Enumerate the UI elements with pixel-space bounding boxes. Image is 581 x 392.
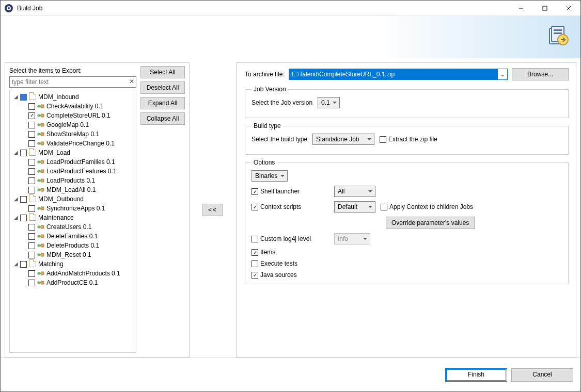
- tree-folder[interactable]: ◢MatchingAddAndMatchProducts 0.1AddProdu…: [13, 259, 134, 287]
- tree-item[interactable]: DeleteProducts 0.1: [21, 241, 134, 250]
- svg-rect-42: [41, 225, 44, 228]
- checkbox-icon[interactable]: [20, 150, 27, 156]
- execute-tests-checkbox[interactable]: Execute tests: [252, 260, 297, 267]
- apply-context-checkbox[interactable]: Apply Context to children Jobs: [381, 203, 473, 210]
- filter-input[interactable]: [9, 76, 136, 88]
- tree-item[interactable]: SynchronizeApps 0.1: [21, 204, 134, 213]
- tree-item-label: DeleteFamilies 0.1: [46, 232, 98, 241]
- execute-tests-label: Execute tests: [260, 260, 297, 267]
- java-sources-checkbox[interactable]: Java sources: [252, 271, 297, 279]
- checkbox-icon[interactable]: [28, 233, 35, 240]
- finish-button[interactable]: Finish: [445, 368, 507, 382]
- twisty-icon[interactable]: ◢: [13, 213, 19, 222]
- tree-item[interactable]: GoogleMap 0.1: [21, 120, 134, 129]
- checkbox-icon[interactable]: [20, 94, 27, 101]
- twisty-icon[interactable]: ◢: [13, 194, 19, 204]
- context-scripts-checkbox[interactable]: Context scripts: [252, 203, 301, 210]
- log4j-checkbox[interactable]: Custom log4j level: [252, 235, 311, 242]
- job-icon: [37, 242, 44, 249]
- checkbox-icon[interactable]: [28, 270, 35, 277]
- checkbox-icon[interactable]: [28, 131, 35, 138]
- tree-item[interactable]: ShowStoreMap 0.1: [21, 129, 134, 139]
- tree-item[interactable]: AddAndMatchProducts 0.1: [21, 269, 134, 278]
- tree-folder[interactable]: ◢MDM_OutboundSynchronizeApps 0.1: [13, 194, 134, 213]
- checkbox-icon: [252, 236, 258, 242]
- minimize-button[interactable]: [509, 1, 533, 15]
- deselect-all-button[interactable]: Deselect All: [140, 81, 185, 94]
- checkbox-icon[interactable]: [20, 215, 27, 221]
- svg-rect-30: [41, 170, 44, 173]
- tree-item[interactable]: CreateUsers 0.1: [21, 222, 134, 232]
- checkbox-icon[interactable]: [28, 159, 35, 166]
- twisty-icon[interactable]: ◢: [13, 259, 19, 269]
- checkbox-icon[interactable]: [28, 252, 35, 258]
- svg-point-35: [38, 189, 40, 191]
- tree-item[interactable]: ValidatePriceChange 0.1: [21, 139, 134, 148]
- tree-folder-label: Matching: [38, 259, 64, 269]
- job-version-select[interactable]: 0.1: [318, 97, 340, 108]
- checkbox-icon[interactable]: [28, 280, 35, 286]
- tree-folder-label: MDM_Outbound: [38, 194, 84, 204]
- items-checkbox[interactable]: Items: [252, 249, 275, 256]
- svg-point-32: [38, 179, 40, 182]
- tree-item[interactable]: LoadProductFamilies 0.1: [21, 157, 134, 167]
- tree-item[interactable]: DeleteFamilies 0.1: [21, 232, 134, 241]
- clear-filter-icon[interactable]: ✕: [129, 78, 134, 85]
- job-icon: [37, 187, 44, 193]
- context-scripts-select[interactable]: Default: [334, 201, 375, 213]
- shell-launcher-label: Shell launcher: [260, 188, 300, 195]
- tree-item[interactable]: MDM_LoadAll 0.1: [21, 185, 134, 194]
- expand-all-button[interactable]: Expand All: [140, 97, 185, 109]
- twisty-icon[interactable]: ◢: [13, 148, 19, 157]
- tree-folder[interactable]: ◢MaintenanceCreateUsers 0.1DeleteFamilie…: [13, 213, 134, 259]
- tree-item[interactable]: AddProductCE 0.1: [21, 278, 134, 287]
- tree-folder[interactable]: ◢MDM_InboundCheckAvailability 0.1Complet…: [13, 92, 134, 148]
- maximize-button[interactable]: [533, 1, 557, 15]
- extract-zip-checkbox[interactable]: Extract the zip file: [380, 136, 437, 143]
- close-button[interactable]: [557, 1, 580, 15]
- tree-item[interactable]: LoadProducts 0.1: [21, 176, 134, 185]
- archive-file-combo[interactable]: E:\Talend\CompleteStoreURL_0.1.zip ⌄: [289, 69, 508, 80]
- tree-item-label: DeleteProducts 0.1: [46, 241, 99, 250]
- chevron-down-icon[interactable]: ⌄: [498, 71, 507, 78]
- checkbox-icon[interactable]: [28, 112, 35, 119]
- svg-rect-27: [41, 160, 44, 164]
- tree-item-label: LoadProductFamilies 0.1: [46, 157, 115, 167]
- checkbox-icon[interactable]: [28, 168, 35, 175]
- checkbox-icon[interactable]: [28, 187, 35, 193]
- tree-item[interactable]: LoadProductFeatures 0.1: [21, 167, 134, 176]
- checkbox-icon[interactable]: [28, 205, 35, 212]
- folder-icon: [29, 150, 36, 156]
- svg-point-11: [38, 105, 40, 107]
- select-all-button[interactable]: Select All: [140, 66, 185, 78]
- job-icon: [37, 205, 44, 211]
- cancel-button[interactable]: Cancel: [511, 368, 573, 382]
- job-icon: [37, 224, 44, 230]
- checkbox-icon[interactable]: [20, 261, 27, 268]
- shell-launcher-select[interactable]: All: [334, 186, 375, 197]
- binaries-select[interactable]: Binaries: [252, 170, 288, 182]
- job-version-legend: Job Version: [252, 86, 288, 93]
- override-parameters-button[interactable]: Override parameter's values: [386, 217, 475, 229]
- svg-point-53: [38, 272, 40, 274]
- tree-item[interactable]: MDM_Reset 0.1: [21, 250, 134, 259]
- build-type-select[interactable]: Standalone Job: [312, 134, 374, 145]
- browse-button[interactable]: Browse...: [512, 68, 569, 80]
- checkbox-icon[interactable]: [28, 177, 35, 184]
- items-tree[interactable]: ◢MDM_InboundCheckAvailability 0.1Complet…: [9, 90, 136, 353]
- tree-item[interactable]: CheckAvailability 0.1: [21, 102, 134, 111]
- tree-item[interactable]: CompleteStoreURL 0.1: [21, 111, 134, 120]
- checkbox-icon[interactable]: [28, 122, 35, 128]
- collapse-all-button[interactable]: Collapse All: [140, 112, 185, 125]
- job-version-label: Select the Job version: [252, 99, 312, 106]
- shuttle-left-button[interactable]: <<: [202, 204, 223, 216]
- shell-launcher-checkbox[interactable]: Shell launcher: [252, 188, 300, 195]
- build-job-dialog: Build Job Select the items to Export: ✕: [0, 0, 581, 392]
- twisty-icon[interactable]: ◢: [13, 92, 19, 102]
- checkbox-icon[interactable]: [20, 196, 27, 203]
- checkbox-icon[interactable]: [28, 140, 35, 147]
- checkbox-icon[interactable]: [28, 224, 35, 231]
- checkbox-icon[interactable]: [28, 103, 35, 110]
- checkbox-icon[interactable]: [28, 242, 35, 249]
- tree-folder[interactable]: ◢MDM_LoadLoadProductFamilies 0.1LoadProd…: [13, 148, 134, 194]
